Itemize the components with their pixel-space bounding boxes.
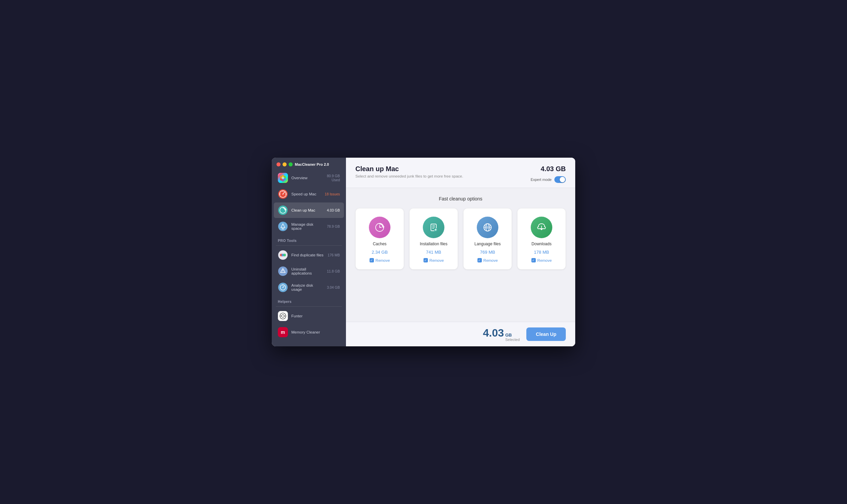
speedup-icon — [278, 189, 288, 199]
sidebar-item-memory[interactable]: m Memory Cleaner — [274, 324, 344, 340]
installation-remove[interactable]: ✓ Remove — [424, 258, 444, 263]
svg-point-6 — [281, 177, 284, 179]
svg-point-31 — [282, 287, 283, 288]
caches-remove[interactable]: ✓ Remove — [369, 258, 390, 263]
downloads-size: 178 MB — [534, 250, 549, 255]
uninstall-badge: 11.8 GB — [327, 269, 340, 273]
svg-point-27 — [282, 272, 283, 273]
caches-checkbox[interactable]: ✓ — [369, 258, 374, 263]
main-body: Fast cleanup options Caches 2. — [346, 188, 575, 322]
downloads-name: Downloads — [531, 241, 551, 246]
caches-remove-label: Remove — [376, 258, 390, 263]
footer-size-display: 4.03 GB Selected — [483, 327, 520, 342]
footer-size-stack: GB Selected — [505, 332, 520, 342]
installation-size: 741 MB — [426, 250, 442, 255]
sidebar-item-disk[interactable]: Manage disk space 78.9 GB — [274, 219, 344, 234]
main-footer: 4.03 GB Selected Clean Up — [346, 322, 575, 346]
expert-mode-toggle[interactable] — [554, 176, 566, 183]
duplicate-badge: 176 MB — [328, 253, 340, 257]
speedup-label: Speed up Mac — [291, 192, 321, 196]
svg-point-13 — [282, 194, 283, 195]
caches-card: Caches 2.34 GB ✓ Remove — [356, 208, 404, 270]
disk-label: Manage disk space — [291, 222, 323, 231]
caches-name: Caches — [373, 241, 387, 246]
analyze-label: Analyze disk usage — [291, 283, 323, 291]
fullscreen-button[interactable] — [289, 162, 293, 166]
cleanup-label: Clean up Mac — [291, 208, 323, 212]
footer-size-label: Selected — [505, 338, 520, 342]
duplicate-svg — [278, 250, 288, 260]
expert-mode-label: Expert mode — [531, 178, 552, 182]
analyze-icon — [278, 282, 288, 292]
installation-remove-label: Remove — [430, 258, 444, 263]
memory-icon-letter: m — [281, 329, 285, 335]
sidebar-item-analyze[interactable]: Analyze disk usage 3.04 GB — [274, 280, 344, 295]
sidebar-item-overview[interactable]: Overview 80.9 GB Used — [274, 170, 344, 186]
downloads-remove-label: Remove — [537, 258, 552, 263]
downloads-remove[interactable]: ✓ Remove — [531, 258, 552, 263]
footer-size-unit: GB — [505, 332, 512, 338]
app-title: MacCleaner Pro 2.0 — [295, 162, 341, 166]
analyze-badge: 3.04 GB — [327, 285, 340, 289]
disk-icon — [278, 221, 288, 231]
main-content: Clean up Mac Select and remove unneeded … — [346, 158, 575, 346]
overview-badge-size: 80.9 GB — [327, 174, 340, 178]
analyze-svg — [278, 282, 288, 292]
overview-label: Overview — [291, 176, 323, 180]
funter-label: Funter — [291, 314, 340, 318]
memory-icon: m — [278, 327, 288, 337]
helpers-divider — [276, 306, 342, 307]
cleanup-button[interactable]: Clean Up — [526, 327, 566, 341]
page-subtitle: Select and remove unneeded junk files to… — [356, 174, 531, 178]
language-name: Language files — [474, 241, 501, 246]
language-icon — [477, 217, 498, 238]
funter-icon — [278, 311, 288, 321]
uninstall-svg — [278, 266, 288, 276]
sidebar-item-cleanup[interactable]: Clean up Mac 4.03 GB — [274, 202, 344, 218]
minimize-button[interactable] — [282, 162, 287, 166]
caches-svg — [374, 222, 385, 233]
svg-point-23 — [283, 254, 286, 256]
close-button[interactable] — [276, 162, 280, 166]
svg-point-33 — [281, 315, 284, 317]
expert-mode-control: Expert mode — [531, 176, 566, 183]
sidebar-item-duplicate[interactable]: Find duplicate files 176 MB — [274, 247, 344, 263]
sidebar-navigation: Overview 80.9 GB Used — [272, 170, 346, 346]
installation-svg — [428, 222, 439, 233]
disk-svg — [278, 221, 288, 231]
language-checkbox[interactable]: ✓ — [478, 258, 482, 263]
footer-size-number: 4.03 — [483, 327, 504, 339]
page-title: Clean up Mac — [356, 165, 531, 173]
section-title: Fast cleanup options — [356, 196, 566, 201]
installation-checkbox[interactable]: ✓ — [424, 258, 428, 263]
language-remove-label: Remove — [484, 258, 498, 263]
sidebar-item-uninstall[interactable]: Uninstall applications 11.8 GB — [274, 264, 344, 279]
duplicate-label: Find duplicate files — [291, 253, 324, 257]
titlebar: MacCleaner Pro 2.0 — [272, 158, 346, 170]
downloads-card: Downloads 178 MB ✓ Remove — [517, 208, 566, 270]
toggle-knob — [560, 177, 565, 182]
total-size: 4.03 GB — [541, 165, 566, 173]
main-header: Clean up Mac Select and remove unneeded … — [346, 158, 575, 188]
svg-point-14 — [278, 205, 288, 215]
language-card: Language files 769 MB ✓ Remove — [463, 208, 512, 270]
uninstall-label: Uninstall applications — [291, 267, 323, 275]
overview-badge-used: Used — [331, 178, 340, 182]
funter-svg — [279, 312, 287, 320]
disk-badge: 78.9 GB — [327, 224, 340, 229]
installation-name: Installation files — [420, 241, 447, 246]
sidebar-item-funter[interactable]: Funter — [274, 308, 344, 324]
language-size: 769 MB — [480, 250, 495, 255]
sidebar-item-speedup[interactable]: Speed up Mac 18 Issues — [274, 186, 344, 202]
cleanup-cards-grid: Caches 2.34 GB ✓ Remove — [356, 208, 566, 270]
overview-svg — [278, 173, 288, 183]
header-right: 4.03 GB Expert mode — [531, 165, 566, 183]
language-remove[interactable]: ✓ Remove — [478, 258, 498, 263]
speedup-badge: 18 Issues — [325, 192, 340, 196]
sidebar: MacCleaner Pro 2.0 Overv — [272, 158, 346, 346]
helpers-header: Helpers — [272, 295, 346, 305]
installation-icon — [423, 217, 445, 238]
app-window: MacCleaner Pro 2.0 Overv — [272, 158, 575, 346]
downloads-svg — [536, 222, 547, 233]
downloads-checkbox[interactable]: ✓ — [531, 258, 536, 263]
